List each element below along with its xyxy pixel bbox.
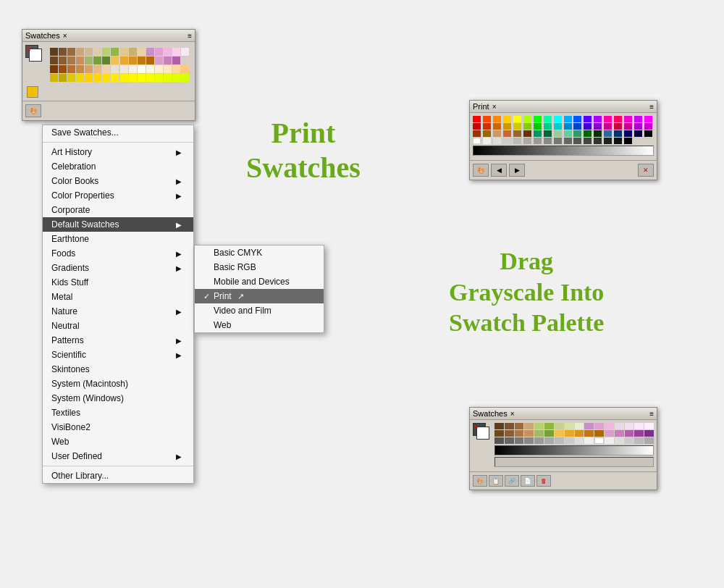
submenu-print[interactable]: ✓ Print ↗ [195, 289, 324, 303]
bottom-btn-5[interactable]: 🗑 [536, 475, 551, 487]
bottom-btn-4[interactable]: 📄 [521, 475, 535, 487]
swatches-panel-topleft: Swatches × ≡ ✕ [22, 29, 195, 121]
bottom-panel-menu[interactable]: ≡ [649, 410, 654, 418]
menu-item-foods[interactable]: Foods ▶ [43, 246, 193, 261]
arrow-icon: ▶ [176, 148, 182, 156]
panel-menu-icon[interactable]: ≡ [188, 32, 192, 40]
arrow-icon: ▶ [176, 453, 182, 461]
print-swatches-label: Print Swatches [246, 116, 361, 185]
menu-item-skintones[interactable]: Skintones [43, 362, 193, 377]
menu-item-corporate[interactable]: Corporate [43, 203, 193, 217]
arrow-icon: ▶ [176, 221, 182, 229]
menu-item-celebration[interactable]: Celebration [43, 159, 193, 174]
menu-item-nature[interactable]: Nature ▶ [43, 304, 193, 319]
submenu-basic-cmyk[interactable]: Basic CMYK [195, 245, 324, 260]
panel-titlebar: Swatches × ≡ [22, 30, 195, 42]
check-icon: ✓ [203, 292, 214, 301]
menu-item-earthtone[interactable]: Earthtone [43, 232, 193, 246]
bottom-btn-2[interactable]: 📋 [489, 475, 503, 487]
print-panel-btn-3[interactable]: ▶ [509, 164, 525, 177]
menu-item-web[interactable]: Web [43, 434, 193, 449]
print-panel-titlebar: Print × ≡ [470, 101, 657, 113]
print-panel-btn-2[interactable]: ◀ [491, 164, 507, 177]
menu-item-kids-stuff[interactable]: Kids Stuff [43, 275, 193, 290]
menu-separator-1 [43, 142, 193, 143]
menu-item-visibone2[interactable]: VisiBone2 [43, 420, 193, 434]
menu-item-default-swatches[interactable]: Default Swatches ▶ [43, 217, 193, 232]
menu-separator-2 [43, 466, 193, 466]
arrow-icon: ▶ [176, 177, 182, 185]
bottom-panel-title: Swatches [473, 409, 508, 418]
submenu-web[interactable]: Web [195, 318, 324, 332]
menu-item-system-win[interactable]: System (Windows) [43, 391, 193, 406]
submenu-basic-rgb[interactable]: Basic RGB [195, 260, 324, 274]
bottom-btn-3[interactable]: 🔗 [505, 475, 519, 487]
bottom-panel-close[interactable]: × [510, 410, 515, 418]
bottom-panel-footer: 🎨 📋 🔗 📄 🗑 [470, 471, 657, 490]
panel-close-button[interactable]: × [63, 32, 67, 40]
context-menu: Save Swatches... Art History ▶ Celebrati… [42, 125, 194, 484]
arrow-icon: ▶ [176, 351, 182, 359]
menu-item-color-properties[interactable]: Color Properties ▶ [43, 188, 193, 203]
menu-save-swatches[interactable]: Save Swatches... [43, 125, 193, 140]
menu-item-art-history[interactable]: Art History ▶ [43, 145, 193, 159]
print-panel-menu[interactable]: ≡ [649, 103, 654, 111]
arrow-icon: ▶ [176, 308, 182, 316]
bottom-btn-1[interactable]: 🎨 [473, 475, 487, 487]
submenu-mobile-devices[interactable]: Mobile and Devices [195, 274, 324, 289]
print-panel-footer: 🎨 ◀ ▶ ✕ [470, 160, 657, 180]
bottom-panel-titlebar: Swatches × ≡ [470, 408, 657, 420]
arrow-icon: ▶ [176, 337, 182, 345]
arrow-icon: ▶ [176, 250, 182, 258]
print-panel: Print × ≡ [469, 100, 657, 180]
menu-item-scientific[interactable]: Scientific ▶ [43, 348, 193, 362]
drag-grayscale-label: Drag Grayscale Into Swatch Palette [449, 246, 604, 339]
arrow-icon: ▶ [176, 264, 182, 272]
cursor-icon: ↗ [237, 292, 244, 301]
menu-item-user-defined[interactable]: User Defined ▶ [43, 449, 193, 463]
panel-icon-btn-1[interactable]: 🎨 [25, 104, 41, 117]
menu-item-system-mac[interactable]: System (Macintosh) [43, 377, 193, 391]
print-panel-btn-delete[interactable]: ✕ [638, 164, 654, 177]
arrow-icon: ▶ [176, 192, 182, 200]
print-panel-btn-1[interactable]: 🎨 [473, 164, 489, 177]
menu-item-textiles[interactable]: Textiles [43, 406, 193, 420]
menu-item-patterns[interactable]: Patterns ▶ [43, 333, 193, 348]
menu-item-metal[interactable]: Metal [43, 290, 193, 304]
bottom-swatches-panel: Swatches × ≡ ✕ [469, 407, 657, 490]
menu-item-gradients[interactable]: Gradients ▶ [43, 261, 193, 275]
submenu-default-swatches: Basic CMYK Basic RGB Mobile and Devices … [194, 245, 324, 333]
panel-bottom-bar: 🎨 [22, 101, 195, 120]
print-panel-title: Print [473, 102, 489, 111]
print-panel-close[interactable]: × [492, 103, 497, 111]
panel-title: Swatches [25, 31, 60, 40]
menu-item-other-library[interactable]: Other Library... [43, 469, 193, 483]
submenu-video-film[interactable]: Video and Film [195, 303, 324, 318]
menu-item-neutral[interactable]: Neutral [43, 319, 193, 333]
menu-item-color-books[interactable]: Color Books ▶ [43, 174, 193, 188]
